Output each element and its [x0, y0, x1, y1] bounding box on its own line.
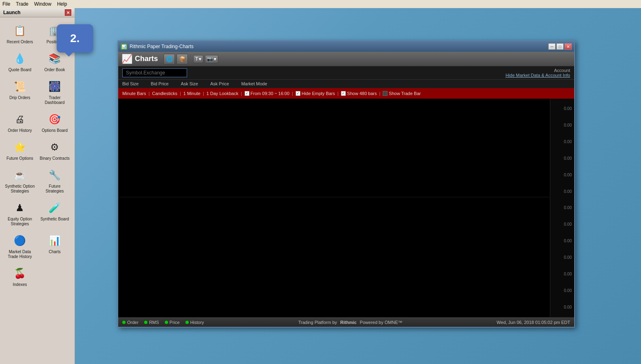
main-window: 📊 Rithmic Paper Trading-Charts ─ □ ✕ 📈 C… — [117, 40, 575, 328]
sidebar-item-options-board[interactable]: 🎯 Options Board — [38, 109, 71, 135]
quote-board-label: Quote Board — [9, 68, 32, 72]
price-tick-10: 0.00 — [550, 249, 574, 266]
toolbar-btn-globe[interactable]: 🌐 — [164, 54, 175, 64]
sidebar-item-recent-orders[interactable]: 📋 Recent Orders — [3, 21, 36, 47]
window-icon: 📊 — [121, 43, 127, 50]
synthetic-board-icon: 🧪 — [47, 200, 62, 216]
status-bar: Order RMS Price History Trading Platform… — [118, 317, 574, 327]
bar-type[interactable]: Minute Bars — [122, 91, 146, 96]
hide-empty-checkbox[interactable]: ✓ — [296, 91, 300, 96]
toolbar-dropdown-text[interactable]: T ▾ — [193, 55, 203, 63]
future-strategies-icon: 🔧 — [47, 167, 62, 183]
price-tick-6: 0.00 — [550, 183, 574, 200]
menu-file[interactable]: File — [2, 1, 10, 7]
launch-title: Launch ✕ — [0, 8, 75, 17]
window-controls: ─ □ ✕ — [548, 43, 572, 50]
interval[interactable]: 1 Minute — [183, 91, 200, 96]
sidebar-item-future-options[interactable]: ⭐ Future Options — [3, 137, 36, 163]
sep-7: | — [379, 91, 380, 96]
price-label: Price — [170, 320, 180, 325]
close-window-button[interactable]: ✕ — [564, 43, 572, 50]
order-label: Order — [127, 320, 138, 325]
toolbar-sep-1 — [190, 54, 191, 64]
symbol-input[interactable] — [122, 68, 187, 77]
order-book-label: Order Book — [44, 68, 65, 72]
show-label: Show — [347, 91, 358, 96]
brand-label: Charts — [135, 55, 158, 63]
options-board-icon: 🎯 — [47, 112, 62, 127]
minimize-button[interactable]: ─ — [548, 43, 556, 50]
show-bars-checkbox[interactable]: ✓ — [341, 91, 346, 96]
col-header-bid-size: Bid Size — [122, 81, 138, 86]
status-rms: RMS — [144, 320, 159, 325]
status-center: Trading Platform by Rithmic Powered by O… — [298, 320, 402, 325]
history-label: History — [190, 320, 204, 325]
sidebar-item-market-data-trade-history[interactable]: 🔵 Market Data Trade History — [3, 231, 36, 262]
launch-label: Launch — [3, 10, 21, 15]
synthetic-board-label: Synthetic Board — [40, 217, 69, 222]
col-header-ask-price: Ask Price — [210, 81, 229, 86]
drip-orders-label: Drip Orders — [9, 95, 30, 100]
price-tick-1: 0.00 — [550, 100, 574, 117]
order-history-label: Order History — [8, 128, 32, 133]
toolbar-dropdown-camera[interactable]: 📷 ▾ — [205, 55, 218, 63]
launch-close-button[interactable]: ✕ — [65, 9, 71, 16]
menu-help[interactable]: Help — [57, 1, 67, 7]
powered-label: Powered by OMNE™ — [360, 320, 402, 325]
maximize-button[interactable]: □ — [556, 43, 564, 50]
window-titlebar: 📊 Rithmic Paper Trading-Charts ─ □ ✕ — [118, 41, 574, 52]
lookback[interactable]: 1 Day Lookback — [207, 91, 239, 96]
equity-option-strategies-label: Equity Option Strategies — [5, 217, 35, 226]
drip-orders-icon: 📜 — [12, 79, 28, 94]
hide-empty-label: Hide Empty Bars — [302, 91, 335, 96]
menu-window[interactable]: Window — [34, 1, 51, 7]
from-check[interactable]: ✓ From 09:30 ~ 16:00 — [245, 91, 290, 96]
from-checkbox[interactable]: ✓ — [245, 91, 249, 96]
toolbar-btn-box[interactable]: 📦 — [177, 54, 188, 64]
market-data-trade-history-icon: 🔵 — [12, 233, 28, 248]
chart-type[interactable]: Candlesticks — [152, 91, 177, 96]
sidebar-item-quote-board[interactable]: 💧 Quote Board — [3, 49, 36, 75]
price-tick-9: 0.00 — [550, 233, 574, 249]
hide-empty-check[interactable]: ✓ Hide Empty Bars — [296, 91, 335, 96]
binary-contracts-label: Binary Contracts — [40, 156, 70, 161]
recent-orders-label: Recent Orders — [6, 40, 33, 44]
price-axis: 0.00 0.00 0.00 0.00 0.00 0.00 0.00 0.00 … — [550, 99, 574, 317]
show-bars-check[interactable]: ✓ Show 480 bars — [341, 91, 377, 96]
toolbar-dropdown-arrow: ▾ — [199, 56, 201, 62]
account-section: Account Hide Market Data & Account Info — [505, 68, 570, 78]
binary-contracts-icon: ⚙ — [47, 140, 62, 155]
sidebar-item-drip-orders[interactable]: 📜 Drip Orders — [3, 76, 36, 108]
sidebar-item-equity-option-strategies[interactable]: ♟ Equity Option Strategies — [3, 198, 36, 229]
menu-trade[interactable]: Trade — [16, 1, 28, 7]
sidebar-item-indexes[interactable]: 🍒 Indexes — [3, 263, 36, 290]
trade-bar-checkbox[interactable] — [383, 91, 388, 96]
sidebar-item-synthetic-board[interactable]: 🧪 Synthetic Board — [38, 198, 71, 229]
status-order: Order — [122, 320, 138, 325]
sidebar-item-charts[interactable]: 📊 Charts — [38, 231, 71, 262]
tooltip-number: 2. — [70, 32, 79, 45]
price-tick-7: 0.00 — [550, 200, 574, 216]
platform-brand: Rithmic — [340, 320, 356, 325]
hide-market-data-link[interactable]: Hide Market Data & Account Info — [505, 73, 570, 78]
sidebar-item-future-strategies[interactable]: 🔧 Future Strategies — [38, 165, 71, 196]
synthetic-option-strategies-label: Synthetic Option Strategies — [5, 184, 35, 194]
equity-option-strategies-icon: ♟ — [12, 200, 28, 216]
col-header-bid-price: Bid Price — [151, 81, 168, 86]
chart-area: 0.00 0.00 0.00 0.00 0.00 0.00 0.00 0.00 … — [118, 99, 574, 317]
sidebar-item-trader-dashboard[interactable]: 🎆 Trader Dashboard — [38, 76, 71, 108]
price-tick-4: 0.00 — [550, 150, 574, 167]
status-price: Price — [165, 320, 180, 325]
status-history: History — [185, 320, 204, 325]
toolbar-dropdown-label: T — [195, 56, 198, 62]
trader-dashboard-icon: 🎆 — [47, 79, 62, 94]
future-options-label: Future Options — [6, 156, 33, 161]
toolbar: 📈 Charts 🌐 📦 T ▾ 📷 ▾ — [118, 52, 574, 66]
sidebar-item-synthetic-option-strategies[interactable]: ☕ Synthetic Option Strategies — [3, 165, 36, 196]
trade-bar-check[interactable]: Show Trade Bar — [383, 91, 421, 96]
price-tick-12: 0.00 — [550, 282, 574, 299]
from-range: 09:30 ~ 16:00 — [262, 91, 290, 96]
chart-toolbar: Minute Bars | Candlesticks | 1 Minute | … — [118, 88, 574, 99]
sidebar-item-order-history[interactable]: 🖨 Order History — [3, 109, 36, 135]
sidebar-item-binary-contracts[interactable]: ⚙ Binary Contracts — [38, 137, 71, 163]
